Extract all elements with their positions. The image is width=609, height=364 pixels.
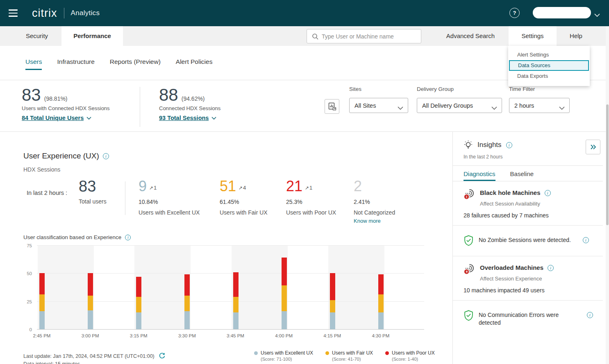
citrix-logo[interactable]: citrix: [32, 7, 57, 20]
nav-help[interactable]: Help: [561, 26, 591, 46]
nav-advanced-search[interactable]: Advanced Search: [442, 26, 499, 46]
ux-info-icon[interactable]: i: [103, 153, 109, 159]
x-axis-tick: 3:45 PM: [227, 333, 244, 338]
tab-baseline[interactable]: Baseline: [510, 170, 534, 181]
insight-info-icon[interactable]: i: [545, 190, 551, 196]
legend-dot-fair: [325, 351, 329, 355]
bar-segment: [39, 294, 45, 311]
refresh-icon[interactable]: [159, 353, 166, 359]
bar-3:00 PM[interactable]: [88, 273, 93, 329]
insight-overloaded-machines[interactable]: Overloaded Machines i Affect Session Exp…: [453, 256, 603, 301]
bar-segment: [88, 273, 93, 296]
delivery-group-select[interactable]: All Delivery Groups: [417, 98, 502, 113]
ux-panel: User Experience (UX) i HDX Sessions In l…: [0, 132, 453, 364]
search-input[interactable]: [322, 33, 421, 40]
total-sessions-link[interactable]: 93 Total Sessions: [159, 115, 220, 121]
tab-infrastructure[interactable]: Infrastructure: [57, 58, 94, 70]
insight-black-hole-machines[interactable]: ! Black hole Machines i Affect Session A…: [453, 181, 603, 226]
insights-info-icon[interactable]: i: [506, 142, 512, 148]
app-name: Analytics: [71, 9, 100, 17]
hamburger-menu-icon[interactable]: [0, 0, 26, 26]
total-unique-users-link[interactable]: 84 Total Unique Users: [22, 115, 110, 121]
chart-gridline: [37, 273, 424, 274]
export-report-button[interactable]: [325, 99, 339, 114]
menu-item-alert-settings[interactable]: Alert Settings: [508, 50, 590, 60]
bar-3:30 PM[interactable]: [184, 274, 190, 329]
bar-segment: [282, 285, 287, 311]
tab-diagnostics[interactable]: Diagnostics: [464, 170, 495, 181]
tab-alert-policies[interactable]: Alert Policies: [176, 58, 213, 70]
menu-item-data-exports[interactable]: Data Exports: [508, 71, 590, 81]
total-sessions-text: 93 Total Sessions: [159, 115, 209, 121]
users-count: 83: [22, 86, 41, 104]
stat-divider: [125, 181, 125, 215]
bar-4:00 PM[interactable]: [282, 258, 287, 329]
bar-4:30 PM[interactable]: [378, 274, 384, 329]
tab-users[interactable]: Users: [25, 58, 42, 70]
insight-zombie-sessions: No Zombie Sessions were detected. i: [453, 226, 603, 256]
fair-ux-pct: 61.45%: [220, 199, 268, 205]
legend-label: Users with Fair UX: [332, 350, 373, 356]
bar-segment: [378, 274, 384, 294]
insight-info-icon[interactable]: i: [583, 237, 589, 243]
scrollbar-track[interactable]: [606, 26, 609, 364]
users-stat: 83 (98.81%) Users with Connected HDX Ses…: [22, 86, 110, 121]
bar-3:15 PM[interactable]: [136, 277, 141, 329]
top-bar: citrix Analytics ?: [0, 0, 609, 26]
ux-section-subtitle: HDX Sessions: [23, 166, 60, 173]
chart-info-icon[interactable]: i: [125, 235, 131, 240]
data-interval-text: Data interval: 15 minutes: [23, 361, 80, 364]
poor-ux-value: 21: [286, 178, 302, 194]
insights-title: Insights: [477, 141, 502, 149]
collapse-panel-button[interactable]: [586, 140, 600, 154]
poor-ux-pct: 25.3%: [286, 199, 336, 205]
legend-score: (Score: 41-70): [332, 357, 373, 362]
user-menu[interactable]: [533, 7, 591, 18]
bar-segment: [233, 297, 239, 312]
x-axis-tick: 2:45 PM: [33, 333, 51, 338]
ux-period-label: In last 2 hours :: [27, 190, 67, 196]
y-axis-tick: 0: [30, 327, 32, 332]
bar-2:45 PM[interactable]: [39, 273, 45, 329]
total-users-stat: 83 Total users: [79, 178, 107, 205]
insights-panel: Insights i In the last 2 hours Diagnosti…: [453, 132, 603, 364]
insight-subtitle: Affect Session Availability: [480, 201, 593, 207]
users-stat-label: Users with Connected HDX Sessions: [22, 105, 110, 111]
summary-strip: 83 (98.81%) Users with Connected HDX Ses…: [0, 80, 609, 132]
bar-segment: [88, 310, 93, 329]
chevron-down-icon: [86, 117, 91, 120]
insight-info-icon[interactable]: i: [548, 265, 554, 271]
bar-3:45 PM[interactable]: [233, 272, 239, 329]
chart-plot: [37, 246, 424, 330]
tab-reports-preview[interactable]: Reports (Preview): [110, 58, 161, 70]
legend-item-poor: Users with Poor UX (Score: 1-40): [385, 350, 435, 362]
nav-performance[interactable]: Performance: [61, 26, 123, 46]
x-axis-tick: 4:30 PM: [372, 333, 389, 338]
bar-segment: [330, 312, 335, 329]
insight-info-icon[interactable]: i: [587, 312, 593, 318]
search-icon: [312, 33, 318, 40]
bar-segment: [282, 258, 287, 285]
sites-select[interactable]: All Sites: [349, 98, 408, 113]
bar-4:15 PM[interactable]: [330, 273, 335, 329]
insight-ok-text: No Zombie Sessions were detected.: [479, 236, 578, 244]
chevron-down-icon: [559, 104, 565, 111]
ux-classification-chart: 0255075 2:45 PM3:00 PM3:15 PM3:30 PM3:45…: [23, 246, 425, 344]
time-filter-select[interactable]: 2 hours: [509, 98, 570, 113]
sessions-stat: 88 (94.62%) Connected HDX Sessions 93 To…: [159, 86, 220, 121]
scrollbar-thumb[interactable]: [606, 104, 609, 225]
menu-item-data-sources[interactable]: Data Sources: [509, 60, 589, 71]
header-help-icon[interactable]: ?: [509, 8, 520, 18]
time-filter-select-value: 2 hours: [514, 102, 534, 109]
chart-ylabels: 0255075: [23, 246, 34, 330]
nav-security[interactable]: Security: [16, 26, 57, 46]
excellent-trend-value: 1: [154, 185, 157, 191]
bar-segment: [378, 294, 384, 312]
know-more-link[interactable]: Know more: [354, 218, 395, 224]
bar-segment: [184, 311, 190, 329]
citrix-analytics-page: citrix Analytics ? Security Performance …: [0, 0, 609, 364]
fair-ux-stat: 51 ↗4 61.45% Users with Fair UX: [220, 178, 268, 216]
not-categorized-stat: 2 2.41% Not Categorized Know more: [354, 178, 395, 224]
nav-settings[interactable]: Settings: [509, 26, 557, 46]
user-menu-chevron-icon[interactable]: [594, 11, 600, 18]
